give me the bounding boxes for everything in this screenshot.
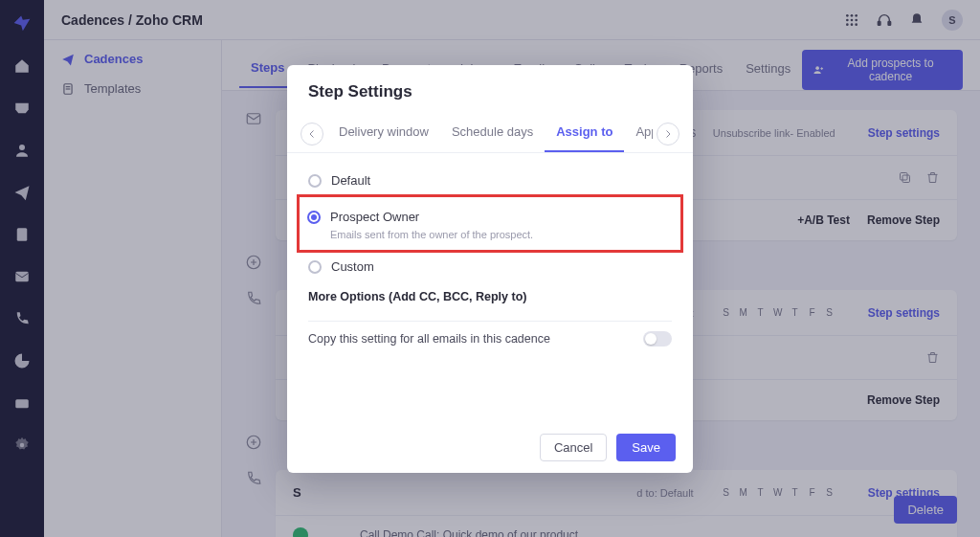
copy-setting-label: Copy this setting for all emails in this… (308, 332, 550, 346)
radio-label: Prospect Owner (330, 210, 419, 224)
modal-tab-assign-to[interactable]: Assign to (545, 115, 624, 152)
step-settings-modal: Step Settings Delivery window Schedule d… (287, 65, 693, 473)
radio-description: Emails sent from the owner of the prospe… (307, 229, 673, 240)
radio-label: Default (331, 173, 370, 188)
modal-tabs: Delivery window Schedule days Assign to … (287, 105, 693, 153)
radio-prospect-owner[interactable]: Prospect Owner (307, 203, 673, 231)
highlighted-option: Prospect Owner Emails sent from the owne… (297, 194, 683, 253)
more-options-link[interactable]: More Options (Add CC, BCC, Reply to) (308, 280, 672, 313)
radio-icon (307, 211, 321, 224)
chevron-left-icon[interactable] (301, 123, 323, 145)
modal-tab-schedule-days[interactable]: Schedule days (440, 115, 545, 152)
save-button[interactable]: Save (616, 434, 676, 461)
modal-title: Step Settings (308, 82, 672, 101)
radio-icon (308, 260, 322, 274)
radio-icon (308, 174, 322, 188)
radio-label: Custom (331, 259, 374, 274)
chevron-right-icon[interactable] (657, 123, 679, 145)
copy-setting-row: Copy this setting for all emails in this… (308, 321, 672, 356)
modal-tab-approve-before[interactable]: Approve before (624, 115, 653, 152)
modal-tab-delivery-window[interactable]: Delivery window (327, 115, 440, 152)
copy-setting-toggle[interactable] (643, 331, 672, 347)
radio-default[interactable]: Default (308, 167, 672, 194)
radio-custom[interactable]: Custom (308, 253, 672, 280)
cancel-button[interactable]: Cancel (540, 434, 607, 461)
